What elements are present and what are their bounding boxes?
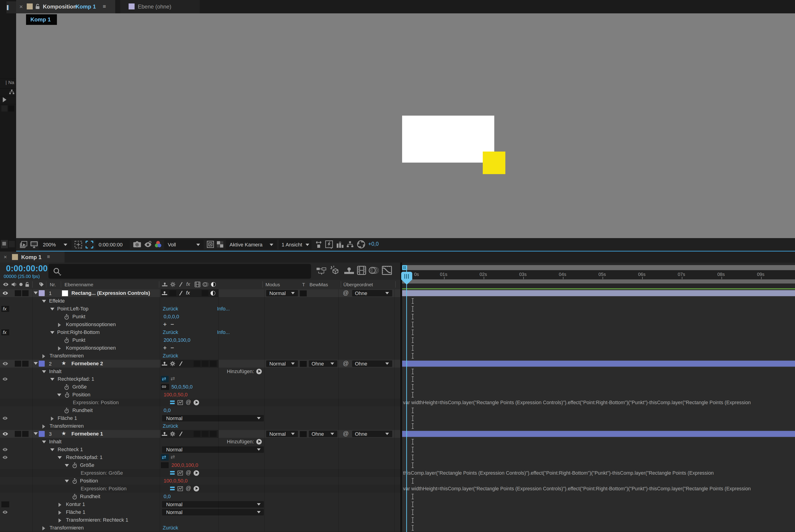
- property-row[interactable]: Fläche 1Normal: [0, 508, 795, 516]
- layer-duration-bar[interactable]: [402, 431, 795, 437]
- property-row[interactable]: Größe200,0,100,0: [0, 461, 795, 469]
- add-option-button[interactable]: +: [163, 345, 167, 351]
- property-label[interactable]: Kompositionsoptionen: [66, 345, 116, 350]
- shape-rect-yellow[interactable]: [483, 152, 505, 174]
- stopwatch-icon[interactable]: [72, 494, 77, 500]
- twirl-open-icon[interactable]: [34, 362, 38, 365]
- add-property-control[interactable]: Hinzufügen:: [203, 438, 263, 445]
- twirl-closed-icon[interactable]: [58, 323, 61, 327]
- twirl-closed-icon[interactable]: [58, 511, 61, 515]
- property-label[interactable]: Punkt: [72, 314, 85, 319]
- property-label[interactable]: Rundheit: [72, 408, 93, 413]
- expression-language-menu-icon[interactable]: [193, 470, 199, 476]
- expression-pickwhip-icon[interactable]: @: [186, 486, 191, 491]
- reset-link[interactable]: Zurück: [163, 525, 178, 530]
- twirl-open-icon[interactable]: [42, 370, 46, 373]
- property-row[interactable]: Position100,0,50,0: [0, 477, 795, 485]
- region-of-interest-icon[interactable]: [85, 241, 94, 249]
- property-value[interactable]: 0,0: [164, 408, 171, 413]
- panel-thumb[interactable]: [9, 241, 15, 247]
- property-row[interactable]: Effekte: [0, 297, 795, 305]
- twirl-open-icon[interactable]: [50, 331, 54, 334]
- property-eye-icon[interactable]: [2, 448, 8, 452]
- blend-mode-dropdown[interactable]: Normal: [266, 431, 298, 437]
- constrain-cell[interactable]: [161, 462, 169, 468]
- panel-split-divider[interactable]: [400, 263, 402, 532]
- property-value[interactable]: 0,0: [164, 494, 171, 499]
- track-matte-dropdown[interactable]: Ohne: [309, 431, 337, 437]
- property-row[interactable]: TransformierenZurück: [0, 524, 795, 532]
- property-row[interactable]: Kompositionsoptionen+−: [0, 344, 795, 352]
- expression-enabled-icon[interactable]: [170, 400, 175, 405]
- fast-preview-icon[interactable]: [325, 240, 333, 249]
- panel-menu-icon[interactable]: ≡: [103, 4, 106, 9]
- stopwatch-icon[interactable]: [72, 478, 77, 484]
- layer-label-swatch[interactable]: [39, 290, 45, 296]
- twirl-open-icon[interactable]: [65, 480, 69, 482]
- add-property-control[interactable]: Hinzufügen:: [203, 367, 263, 375]
- snapshot-stack-icon[interactable]: [20, 241, 27, 248]
- property-label[interactable]: Kontur 1: [66, 502, 85, 507]
- parent-dropdown[interactable]: Ohne: [352, 431, 392, 437]
- blend-dropdown[interactable]: Normal: [162, 501, 264, 508]
- property-row[interactable]: Kontur 1Normal: [0, 500, 795, 508]
- layer-label-swatch[interactable]: [39, 431, 45, 437]
- reset-link[interactable]: Zurück: [163, 306, 178, 311]
- layer-visibility-eye-icon[interactable]: [2, 432, 9, 436]
- stopwatch-icon[interactable]: [64, 384, 69, 390]
- property-label[interactable]: Rechteck 1: [58, 447, 83, 452]
- panel-thumb[interactable]: [8, 106, 14, 112]
- quality-switch-icon[interactable]: [179, 361, 183, 367]
- switch-blank-cell[interactable]: [169, 290, 176, 296]
- transparency-grid-icon[interactable]: [216, 241, 224, 248]
- zoom-dropdown[interactable]: 200%: [39, 240, 71, 249]
- add-menu-icon[interactable]: [256, 439, 262, 444]
- shape-rect-white[interactable]: [402, 116, 494, 163]
- snapshot-panel-icon[interactable]: [1, 240, 8, 248]
- property-value-expression[interactable]: 200,0,100,0: [171, 463, 198, 468]
- add-option-button[interactable]: +: [163, 321, 167, 327]
- close-icon[interactable]: ×: [19, 4, 23, 10]
- layer-label-swatch[interactable]: [39, 361, 45, 367]
- property-row[interactable]: TransformierenZurück: [0, 422, 795, 430]
- t-checkbox[interactable]: [299, 431, 307, 437]
- property-row[interactable]: Rundheit0,0: [0, 493, 795, 500]
- constrain-link-icon[interactable]: ∞: [161, 384, 169, 390]
- quality-switch-icon[interactable]: [179, 290, 183, 296]
- expression-pickwhip-icon[interactable]: @: [186, 400, 191, 405]
- layer-duration-bar[interactable]: [402, 361, 795, 367]
- property-label[interactable]: Position: [80, 478, 98, 483]
- path-direction-icon[interactable]: ⇄: [170, 454, 175, 460]
- twirl-open-icon[interactable]: [42, 300, 46, 303]
- twirl-open-icon[interactable]: [34, 432, 38, 435]
- blend-mode-dropdown[interactable]: Normal: [266, 360, 298, 367]
- blend-dropdown[interactable]: Normal: [162, 446, 264, 453]
- remove-option-button[interactable]: −: [170, 321, 174, 327]
- twirl-open-icon[interactable]: [42, 441, 46, 443]
- info-link[interactable]: Info...: [217, 306, 230, 311]
- property-label[interactable]: Rundheit: [80, 494, 100, 499]
- property-label[interactable]: Transformieren: [50, 353, 84, 358]
- twirl-closed-icon[interactable]: [58, 518, 61, 522]
- switch-blank-cell[interactable]: [193, 361, 201, 367]
- property-row[interactable]: Expression: Position@var widthHeight=thi…: [0, 485, 795, 493]
- blend-dropdown[interactable]: Normal: [162, 415, 264, 421]
- tab-komposition[interactable]: × Komposition Komp 1 ≡: [16, 0, 115, 13]
- parent-pickwhip-icon[interactable]: @: [343, 360, 349, 366]
- monitor-icon[interactable]: [30, 241, 38, 248]
- property-row[interactable]: Punkt0,0,0,0: [0, 313, 795, 321]
- property-value[interactable]: 50,0,50,0: [171, 384, 193, 390]
- layer-visibility-eye-icon[interactable]: [2, 361, 9, 366]
- reset-link[interactable]: Zurück: [163, 330, 178, 335]
- info-link[interactable]: Info...: [217, 330, 230, 335]
- play-icon[interactable]: [3, 97, 6, 102]
- blend-dropdown[interactable]: Normal: [162, 509, 264, 515]
- expression-graph-icon[interactable]: [178, 486, 183, 492]
- property-row[interactable]: Punkt200,0,100,0: [0, 336, 795, 344]
- tab-ebene[interactable]: Ebene (ohne): [120, 0, 200, 13]
- add-menu-icon[interactable]: [256, 369, 262, 374]
- property-label[interactable]: Expression: Position: [73, 400, 119, 405]
- property-value-expression[interactable]: 100,0,50,0: [164, 392, 188, 397]
- lock-icon[interactable]: [35, 3, 40, 10]
- twirl-open-icon[interactable]: [34, 291, 38, 294]
